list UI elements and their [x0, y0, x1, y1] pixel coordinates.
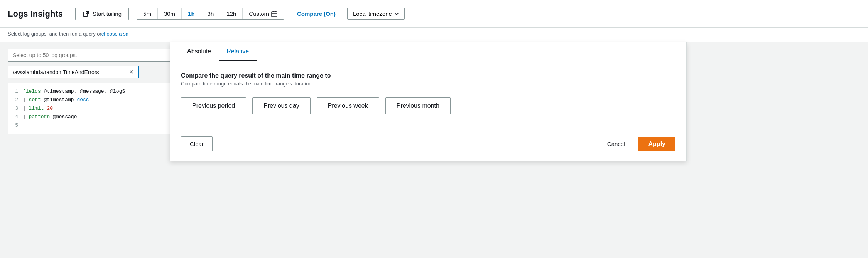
app-title: Logs Insights: [8, 9, 63, 19]
remove-log-group-button[interactable]: ✕: [129, 68, 134, 76]
clear-button[interactable]: Clear: [181, 136, 213, 151]
chevron-down-icon: [394, 12, 399, 16]
calendar-icon: [271, 11, 277, 17]
tab-absolute[interactable]: Absolute: [179, 42, 219, 61]
compare-title: Compare the query result of the main tim…: [181, 72, 675, 79]
period-buttons: Previous period Previous day Previous we…: [181, 97, 675, 114]
main-container: Logs Insights Start tailing 5m 30m 1h 3h…: [0, 0, 868, 258]
cancel-button[interactable]: Cancel: [599, 137, 634, 151]
time-1h-button[interactable]: 1h: [182, 8, 201, 19]
previous-day-button[interactable]: Previous day: [252, 97, 311, 114]
svg-rect-1: [272, 12, 277, 17]
dropdown-panel: Absolute Relative Compare the query resu…: [170, 42, 687, 161]
header-bar: Logs Insights Start tailing 5m 30m 1h 3h…: [0, 0, 868, 28]
code-editor[interactable]: 1 fields @timestamp, @message, @logS 2 |…: [8, 83, 185, 134]
compare-subtitle: Compare time range equals the main time …: [181, 81, 675, 87]
tab-relative[interactable]: Relative: [219, 42, 257, 61]
previous-week-button[interactable]: Previous week: [317, 97, 379, 114]
sub-header: Select log groups, and then run a query …: [0, 28, 868, 42]
content-area: /aws/lambda/randomTimeAndErrors ✕ 1 fiel…: [0, 42, 868, 140]
apply-button[interactable]: Apply: [638, 137, 675, 151]
time-12h-button[interactable]: 12h: [220, 8, 243, 19]
start-tailing-button[interactable]: Start tailing: [75, 8, 129, 20]
log-groups-input[interactable]: [8, 49, 185, 62]
code-line-3: 3 | limit 20: [12, 104, 181, 113]
timezone-button[interactable]: Local timezone: [347, 8, 405, 20]
time-3h-button[interactable]: 3h: [201, 8, 221, 19]
panel-footer: Clear Cancel Apply: [181, 130, 675, 151]
time-range-group: 5m 30m 1h 3h 12h Custom: [137, 8, 284, 20]
left-panel: /aws/lambda/randomTimeAndErrors ✕ 1 fiel…: [8, 49, 185, 134]
code-line-4: 4 | pattern @message: [12, 113, 181, 121]
time-5m-button[interactable]: 5m: [137, 8, 158, 19]
time-30m-button[interactable]: 30m: [158, 8, 182, 19]
previous-month-button[interactable]: Previous month: [385, 97, 451, 114]
code-line-2: 2 | sort @timestamp desc: [12, 96, 181, 104]
log-group-tag: /aws/lambda/randomTimeAndErrors ✕: [8, 66, 139, 78]
external-link-icon: [83, 10, 90, 17]
tabs-bar: Absolute Relative: [170, 42, 686, 61]
previous-period-button[interactable]: Previous period: [181, 97, 246, 114]
sample-query-link[interactable]: choose a sa: [101, 31, 128, 37]
code-line-1: 1 fields @timestamp, @message, @logS: [12, 87, 181, 96]
compare-button[interactable]: Compare (On): [290, 8, 343, 19]
panel-body: Compare the query result of the main tim…: [170, 61, 686, 161]
code-line-5: 5: [12, 121, 181, 130]
custom-button[interactable]: Custom: [243, 8, 284, 19]
